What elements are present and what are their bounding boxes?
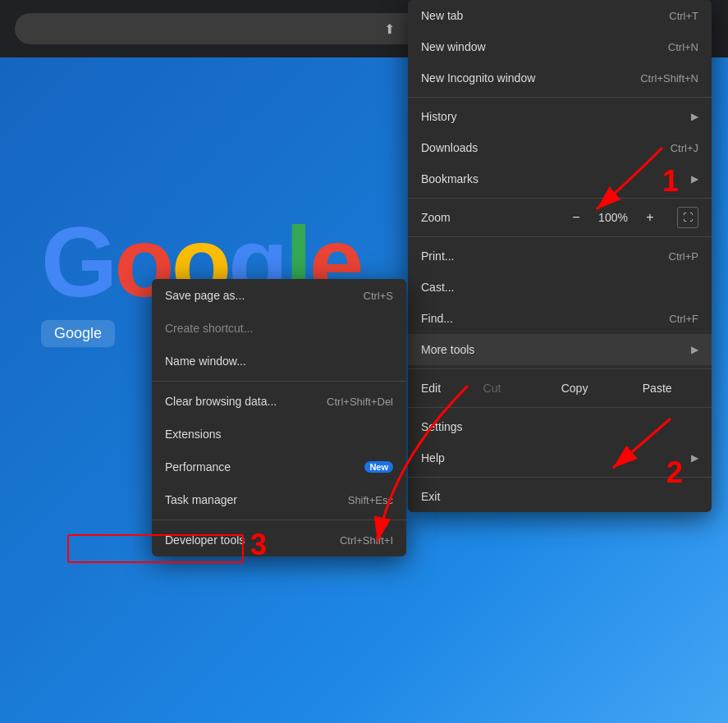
divider-6 [408,477,712,478]
fullscreen-button[interactable]: ⛶ [677,207,698,228]
menu-item-new-window[interactable]: New window Ctrl+N [408,31,712,62]
submenu-divider-1 [152,381,406,382]
menu-item-find[interactable]: Find... Ctrl+F [408,303,712,334]
cut-button[interactable]: Cut [451,378,533,398]
submenu-divider-2 [152,519,406,520]
share-icon[interactable]: ⬆ [378,17,401,40]
divider-4 [408,368,712,369]
copy-button[interactable]: Copy [533,378,616,398]
chrome-menu: New tab Ctrl+T New window Ctrl+N New Inc… [408,0,712,512]
zoom-out-button[interactable]: − [565,207,587,228]
omnibox[interactable]: ⬆ ☆ [15,13,442,44]
submenu-performance[interactable]: Performance New [152,451,406,483]
divider-2 [408,198,712,199]
zoom-row: Zoom − 100% + ⛶ [408,202,712,233]
menu-item-cast[interactable]: Cast... [408,272,712,303]
submenu-extensions[interactable]: Extensions [152,418,406,451]
submenu-name-window[interactable]: Name window... [152,345,406,378]
submenu-developer-tools[interactable]: Developer tools Ctrl+Shift+I [152,524,406,556]
menu-item-more-tools[interactable]: More tools ▶ [408,334,712,365]
menu-item-downloads[interactable]: Downloads Ctrl+J [408,132,712,163]
new-badge: New [364,461,393,473]
divider-1 [408,97,712,98]
submenu-task-manager[interactable]: Task manager Shift+Esc [152,483,406,516]
menu-item-history[interactable]: History ▶ [408,101,712,132]
submenu-clear-browsing[interactable]: Clear browsing data... Ctrl+Shift+Del [152,385,406,418]
menu-item-bookmarks[interactable]: Bookmarks ▶ [408,163,712,194]
menu-item-new-tab[interactable]: New tab Ctrl+T [408,0,712,31]
menu-item-print[interactable]: Print... Ctrl+P [408,240,712,272]
google-badge: Google [41,320,115,347]
submenu-more-tools: Save page as... Ctrl+S Create shortcut..… [152,279,406,556]
menu-item-incognito[interactable]: New Incognito window Ctrl+Shift+N [408,62,712,94]
divider-3 [408,236,712,237]
zoom-in-button[interactable]: + [639,207,661,228]
zoom-value: 100% [597,211,630,224]
divider-5 [408,407,712,408]
menu-item-help[interactable]: Help ▶ [408,442,712,474]
submenu-create-shortcut[interactable]: Create shortcut... [152,312,406,345]
zoom-controls: − 100% + ⛶ [565,207,698,228]
submenu-save-page[interactable]: Save page as... Ctrl+S [152,279,406,312]
edit-row: Edit Cut Copy Paste [408,373,712,404]
menu-item-settings[interactable]: Settings [408,411,712,442]
menu-item-exit[interactable]: Exit [408,481,712,512]
paste-button[interactable]: Paste [616,378,698,398]
